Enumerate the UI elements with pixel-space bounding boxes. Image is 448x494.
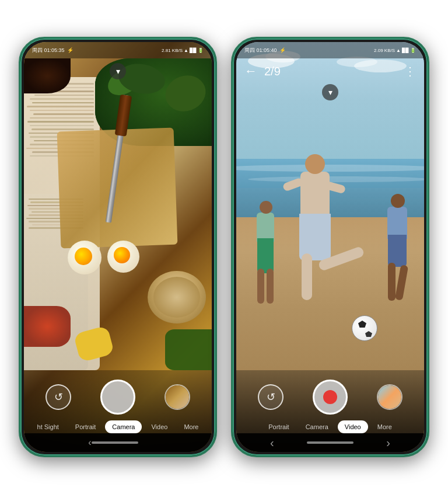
grain-surface [153,277,200,318]
player-head [305,154,325,174]
mode-tab-night-sight[interactable]: ht Sight [30,420,66,433]
noodle-line [30,117,94,119]
mode-tab-camera-left[interactable]: Camera [105,420,142,433]
mode-tab-video-right[interactable]: Video [338,420,368,433]
nav-arrows-right: ‹ › [236,436,424,450]
ball-patch-2 [365,331,372,337]
noodle-line [30,125,94,126]
main-player [283,172,365,323]
rotate-icon: ↺ [54,391,63,403]
eggs [68,241,139,274]
dark-bowl [24,58,71,93]
status-right-left: 2.81 KB/S ▲ ▉▉ 🔋 [162,48,204,53]
thumbnail-button-right[interactable] [377,384,402,410]
soccer-ball [352,315,377,341]
mode-tab-portrait-right[interactable]: Portrait [261,420,296,433]
bg-player-head [260,201,272,214]
right-phone-screen: 周四 01:05:40 ⚡ 2.09 KB/S ▲ ▉▉ 🔋 ← 2/9 ⋮ [236,42,424,452]
bg-player-right-shirt [387,207,407,239]
noodle-line [34,95,94,96]
chevron-icon-right: ▾ [328,88,332,97]
speed-left: 2.81 KB/S [162,48,183,53]
battery-icon-right: 🔋 [410,48,416,53]
mode-tab-portrait-left[interactable]: Portrait [68,420,103,433]
chevron-down-right[interactable]: ▾ [322,84,338,100]
shutter-row-left: ↺ [46,380,190,415]
bg-player-shirt [257,213,274,242]
mode-tab-more-left[interactable]: More [177,420,205,433]
shutter-button-right[interactable] [313,380,348,415]
yolk-2 [114,247,130,263]
mode-tabs-right: Portrait Camera Video More [261,420,399,433]
grain-bowl [148,271,206,323]
noodle-line [27,106,94,107]
signal-icon-right: ▉▉ [402,48,409,53]
nav-back-gesture: ‹ [88,437,91,448]
thumbnail-image-left [166,385,189,409]
bg-player-leg-r [267,269,274,304]
nav-bar-right: ‹ › [236,433,424,452]
status-bar-right: 周四 01:05:40 ⚡ 2.09 KB/S ▲ ▉▉ 🔋 [236,42,424,58]
rotate-icon-right: ↺ [267,391,275,403]
status-left-left: 周四 01:05:35 ⚡ [32,47,74,54]
shutter-row-right: ↺ [258,380,402,415]
left-phone-screen: 周四 01:05:35 ⚡ 2.81 KB/S ▲ ▉▉ 🔋 [24,42,212,452]
right-phone-frame: 周四 01:05:40 ⚡ 2.09 KB/S ▲ ▉▉ 🔋 ← 2/9 ⋮ [231,37,429,457]
status-time-left: 周四 01:05:35 [32,47,65,54]
mode-tab-camera-right[interactable]: Camera [299,420,335,433]
photo-viewer-top-bar: ← 2/9 ⋮ [236,58,424,84]
home-indicator-right [307,441,354,444]
flash-icon-right: ⚡ [279,47,286,53]
noodle-line [32,128,94,130]
bg-player-leg-l [257,269,264,304]
noodle-line [30,110,94,111]
nav-forward-arrow[interactable]: › [386,436,390,450]
bg-player-right-leg-l [388,263,396,301]
back-button[interactable]: ← [244,64,257,79]
video-record-dot [323,390,337,404]
flash-icon: ⚡ [67,47,74,53]
chevron-down-left[interactable]: ▾ [110,63,126,79]
speed-right: 2.09 KB/S [374,48,395,53]
bg-player-shorts [257,238,274,273]
bg-player-right-head [391,194,405,208]
red-sauce [24,306,71,347]
mode-tab-more-right[interactable]: More [370,420,399,433]
noodle-line [33,113,94,115]
noodle-line [30,98,94,100]
more-options-button[interactable]: ⋮ [404,64,416,78]
wifi-icon: ▲ [184,48,188,53]
bg-player-right-leg-r [395,265,408,300]
status-right-right: 2.09 KB/S ▲ ▉▉ 🔋 [374,48,416,53]
nav-back-arrow[interactable]: ‹ [270,436,274,450]
thumbnail-image-right [378,385,401,409]
yolk-1 [75,248,92,265]
status-time-right: 周四 01:05:40 [244,47,277,54]
green-veg-bottom [165,329,212,370]
chevron-icon: ▾ [116,67,120,76]
thumbnail-button-left[interactable] [164,384,190,410]
left-phone: 周四 01:05:35 ⚡ 2.81 KB/S ▲ ▉▉ 🔋 [19,37,217,457]
egg-1 [68,241,102,274]
wave-1 [236,165,424,172]
left-phone-frame: 周四 01:05:35 ⚡ 2.81 KB/S ▲ ▉▉ 🔋 [19,37,217,457]
status-bar-left: 周四 01:05:35 ⚡ 2.81 KB/S ▲ ▉▉ 🔋 [24,42,212,58]
photo-count: 2/9 [264,65,404,78]
bg-player-right-shorts [388,235,407,267]
player-stand-leg [302,253,312,300]
bg-player-left [248,213,283,318]
signal-icon: ▉▉ [190,48,197,53]
mode-tabs-left: ht Sight Portrait Camera Video More [30,420,206,433]
bg-player-right [380,207,418,312]
player-torso [300,172,330,218]
egg-2 [107,241,139,273]
noodle-line [27,121,94,123]
home-indicator-left [92,441,138,444]
battery-icon: 🔋 [198,48,204,53]
right-phone: 周四 01:05:40 ⚡ 2.09 KB/S ▲ ▉▉ 🔋 ← 2/9 ⋮ [231,37,429,457]
rotate-camera-button-right[interactable]: ↺ [258,384,284,410]
rotate-camera-button[interactable]: ↺ [46,384,71,410]
mode-tab-video-left[interactable]: Video [144,420,174,433]
shutter-button-left[interactable] [100,380,135,415]
status-left-right: 周四 01:05:40 ⚡ [244,47,286,54]
